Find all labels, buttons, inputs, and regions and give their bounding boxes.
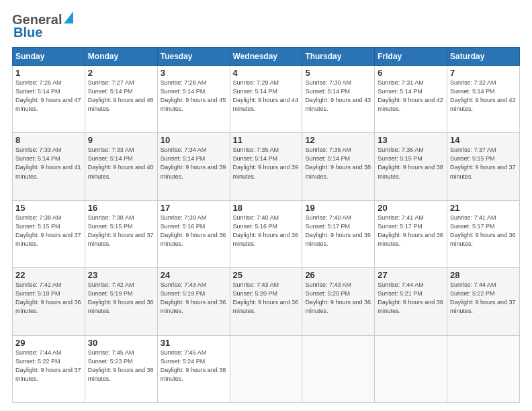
- day-info: Sunrise: 7:44 AM Sunset: 5:22 PM Dayligh…: [450, 281, 517, 316]
- day-info: Sunrise: 7:33 AM Sunset: 5:14 PM Dayligh…: [88, 146, 154, 181]
- calendar-cell: 11Sunrise: 7:35 AM Sunset: 5:14 PM Dayli…: [230, 133, 302, 200]
- calendar-cell: 9Sunrise: 7:33 AM Sunset: 5:14 PM Daylig…: [85, 133, 157, 200]
- calendar-cell: 23Sunrise: 7:42 AM Sunset: 5:19 PM Dayli…: [85, 268, 157, 335]
- day-number: 20: [378, 203, 444, 213]
- day-number: 21: [450, 203, 517, 213]
- day-number: 28: [450, 270, 517, 280]
- day-of-week-header: Tuesday: [157, 48, 230, 66]
- day-info: Sunrise: 7:40 AM Sunset: 5:17 PM Dayligh…: [305, 214, 371, 248]
- day-info: Sunrise: 7:26 AM Sunset: 5:14 PM Dayligh…: [15, 79, 82, 113]
- calendar-cell: 29Sunrise: 7:44 AM Sunset: 5:22 PM Dayli…: [13, 335, 85, 402]
- calendar-week-row: 15Sunrise: 7:38 AM Sunset: 5:15 PM Dayli…: [13, 200, 520, 267]
- day-number: 8: [15, 135, 82, 145]
- day-header-row: SundayMondayTuesdayWednesdayThursdayFrid…: [13, 48, 520, 66]
- day-info: Sunrise: 7:42 AM Sunset: 5:18 PM Dayligh…: [15, 281, 82, 316]
- calendar-cell: 13Sunrise: 7:36 AM Sunset: 5:15 PM Dayli…: [375, 133, 447, 200]
- day-number: 24: [161, 270, 227, 280]
- calendar-week-row: 22Sunrise: 7:42 AM Sunset: 5:18 PM Dayli…: [13, 268, 520, 335]
- calendar-cell: 25Sunrise: 7:43 AM Sunset: 5:20 PM Dayli…: [230, 268, 302, 335]
- day-info: Sunrise: 7:43 AM Sunset: 5:19 PM Dayligh…: [161, 281, 227, 316]
- day-number: 19: [305, 203, 371, 213]
- day-info: Sunrise: 7:30 AM Sunset: 5:14 PM Dayligh…: [305, 79, 371, 113]
- calendar-cell: 6Sunrise: 7:31 AM Sunset: 5:14 PM Daylig…: [375, 66, 447, 133]
- calendar-cell: 31Sunrise: 7:45 AM Sunset: 5:24 PM Dayli…: [157, 335, 230, 402]
- day-info: Sunrise: 7:34 AM Sunset: 5:14 PM Dayligh…: [161, 146, 227, 181]
- calendar-cell: 2Sunrise: 7:27 AM Sunset: 5:14 PM Daylig…: [85, 66, 157, 133]
- calendar-cell: 28Sunrise: 7:44 AM Sunset: 5:22 PM Dayli…: [447, 268, 520, 335]
- day-number: 10: [161, 135, 227, 145]
- calendar-cell: 10Sunrise: 7:34 AM Sunset: 5:14 PM Dayli…: [157, 133, 230, 200]
- day-info: Sunrise: 7:27 AM Sunset: 5:14 PM Dayligh…: [88, 79, 154, 113]
- day-number: 11: [233, 135, 300, 145]
- calendar-cell: 15Sunrise: 7:38 AM Sunset: 5:15 PM Dayli…: [13, 200, 85, 267]
- day-number: 3: [161, 68, 227, 78]
- day-info: Sunrise: 7:44 AM Sunset: 5:21 PM Dayligh…: [378, 281, 444, 316]
- calendar-cell: 19Sunrise: 7:40 AM Sunset: 5:17 PM Dayli…: [302, 200, 375, 267]
- calendar-cell: 17Sunrise: 7:39 AM Sunset: 5:16 PM Dayli…: [157, 200, 230, 267]
- calendar-page: General Blue SundayMondayTuesdayWednesda…: [0, 0, 532, 411]
- calendar-cell: 16Sunrise: 7:38 AM Sunset: 5:15 PM Dayli…: [85, 200, 157, 267]
- day-number: 27: [378, 270, 444, 280]
- calendar-cell: 26Sunrise: 7:43 AM Sunset: 5:20 PM Dayli…: [302, 268, 375, 335]
- day-number: 15: [15, 203, 82, 213]
- day-info: Sunrise: 7:45 AM Sunset: 5:23 PM Dayligh…: [88, 349, 154, 383]
- day-number: 31: [161, 338, 227, 348]
- day-info: Sunrise: 7:41 AM Sunset: 5:17 PM Dayligh…: [378, 214, 444, 248]
- calendar-cell: 24Sunrise: 7:43 AM Sunset: 5:19 PM Dayli…: [157, 268, 230, 335]
- day-number: 30: [88, 338, 154, 348]
- day-of-week-header: Saturday: [447, 48, 520, 66]
- calendar-cell: 7Sunrise: 7:32 AM Sunset: 5:14 PM Daylig…: [447, 66, 520, 133]
- calendar-cell: 14Sunrise: 7:37 AM Sunset: 5:15 PM Dayli…: [447, 133, 520, 200]
- day-number: 25: [233, 270, 300, 280]
- day-number: 17: [161, 203, 227, 213]
- day-number: 23: [88, 270, 154, 280]
- day-info: Sunrise: 7:43 AM Sunset: 5:20 PM Dayligh…: [305, 281, 371, 316]
- day-of-week-header: Monday: [85, 48, 157, 66]
- calendar-cell: [230, 335, 302, 402]
- day-of-week-header: Wednesday: [230, 48, 302, 66]
- calendar-cell: 3Sunrise: 7:28 AM Sunset: 5:14 PM Daylig…: [157, 66, 230, 133]
- calendar-cell: [447, 335, 520, 402]
- day-info: Sunrise: 7:42 AM Sunset: 5:19 PM Dayligh…: [88, 281, 154, 316]
- day-number: 26: [305, 270, 371, 280]
- day-info: Sunrise: 7:29 AM Sunset: 5:14 PM Dayligh…: [233, 79, 300, 113]
- day-info: Sunrise: 7:35 AM Sunset: 5:14 PM Dayligh…: [233, 146, 300, 181]
- calendar-cell: 21Sunrise: 7:41 AM Sunset: 5:17 PM Dayli…: [447, 200, 520, 267]
- day-info: Sunrise: 7:41 AM Sunset: 5:17 PM Dayligh…: [450, 214, 517, 248]
- day-info: Sunrise: 7:39 AM Sunset: 5:16 PM Dayligh…: [161, 214, 227, 248]
- logo-blue-text: Blue: [13, 25, 42, 40]
- calendar-week-row: 29Sunrise: 7:44 AM Sunset: 5:22 PM Dayli…: [13, 335, 520, 402]
- day-info: Sunrise: 7:28 AM Sunset: 5:14 PM Dayligh…: [161, 79, 227, 113]
- calendar-cell: 18Sunrise: 7:40 AM Sunset: 5:16 PM Dayli…: [230, 200, 302, 267]
- day-info: Sunrise: 7:44 AM Sunset: 5:22 PM Dayligh…: [15, 349, 82, 383]
- day-info: Sunrise: 7:37 AM Sunset: 5:15 PM Dayligh…: [450, 146, 517, 181]
- day-number: 2: [88, 68, 154, 78]
- calendar-cell: 20Sunrise: 7:41 AM Sunset: 5:17 PM Dayli…: [375, 200, 447, 267]
- day-number: 16: [88, 203, 154, 213]
- day-number: 9: [88, 135, 154, 145]
- calendar-cell: 12Sunrise: 7:36 AM Sunset: 5:14 PM Dayli…: [302, 133, 375, 200]
- day-number: 6: [378, 68, 444, 78]
- logo: General Blue: [12, 12, 73, 40]
- day-info: Sunrise: 7:38 AM Sunset: 5:15 PM Dayligh…: [88, 214, 154, 248]
- header: General Blue: [12, 12, 520, 40]
- calendar-cell: 8Sunrise: 7:33 AM Sunset: 5:14 PM Daylig…: [13, 133, 85, 200]
- calendar-cell: [302, 335, 375, 402]
- day-number: 4: [233, 68, 300, 78]
- day-number: 12: [305, 135, 371, 145]
- day-number: 29: [15, 338, 82, 348]
- day-info: Sunrise: 7:36 AM Sunset: 5:15 PM Dayligh…: [378, 146, 444, 181]
- day-of-week-header: Friday: [375, 48, 447, 66]
- day-number: 5: [305, 68, 371, 78]
- day-info: Sunrise: 7:43 AM Sunset: 5:20 PM Dayligh…: [233, 281, 300, 316]
- day-number: 13: [378, 135, 444, 145]
- calendar-cell: 27Sunrise: 7:44 AM Sunset: 5:21 PM Dayli…: [375, 268, 447, 335]
- day-info: Sunrise: 7:31 AM Sunset: 5:14 PM Dayligh…: [378, 79, 444, 113]
- day-info: Sunrise: 7:45 AM Sunset: 5:24 PM Dayligh…: [161, 349, 227, 383]
- day-number: 14: [450, 135, 517, 145]
- day-number: 18: [233, 203, 300, 213]
- day-of-week-header: Sunday: [13, 48, 85, 66]
- calendar-table: SundayMondayTuesdayWednesdayThursdayFrid…: [12, 47, 520, 403]
- calendar-week-row: 8Sunrise: 7:33 AM Sunset: 5:14 PM Daylig…: [13, 133, 520, 200]
- calendar-cell: [375, 335, 447, 402]
